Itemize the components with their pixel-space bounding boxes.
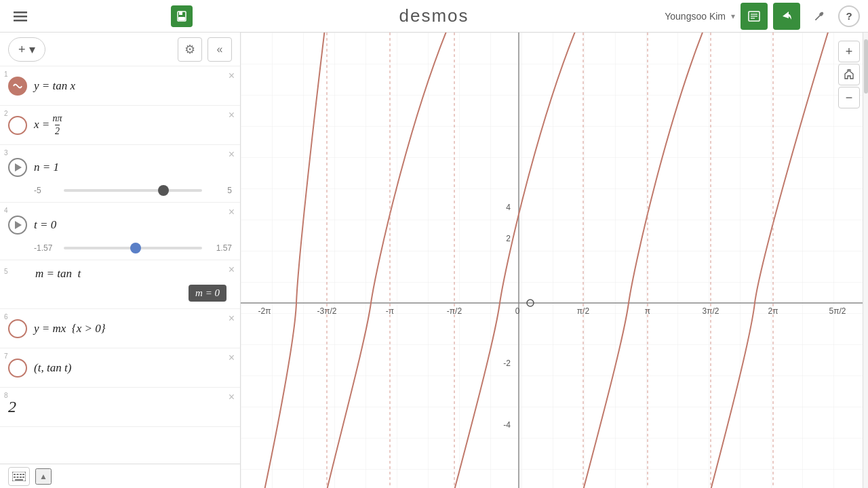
graph-title-input[interactable]: Untitled Graph: [38, 10, 167, 22]
expr-formula-row-1: y = tan x: [34, 79, 232, 93]
svg-rect-0: [14, 12, 27, 14]
topbar: Untitled Graph desmos Youngsoo Kim ▾: [0, 0, 868, 33]
expr-icon-1[interactable]: [8, 77, 27, 96]
graph-area[interactable]: -2π -3π/2 -π -π/2 0 π/2 π 3π/2 2π 5π/2 4…: [241, 33, 868, 488]
share-icon: [781, 10, 793, 22]
zoom-in-button[interactable]: +: [838, 41, 860, 62]
expr-close-4[interactable]: ×: [229, 207, 235, 218]
keyboard-icon: [12, 472, 26, 481]
graph-canvas: -2π -3π/2 -π -π/2 0 π/2 π 3π/2 2π 5π/2 4…: [241, 33, 868, 488]
expression-row-8[interactable]: 8 2 ×: [0, 388, 240, 427]
expr-close-5[interactable]: ×: [229, 264, 235, 275]
expression-row-1[interactable]: 1 y = tan x ×: [0, 66, 240, 106]
row-number-4: 4: [4, 207, 8, 214]
y-label-4: 4: [506, 203, 511, 212]
expr-close-6[interactable]: ×: [229, 313, 235, 324]
zoom-home-button[interactable]: [838, 64, 860, 85]
topbar-left: Untitled Graph: [0, 4, 244, 28]
y-label-2: 2: [506, 234, 511, 243]
expr-formula-3: n = 1: [34, 161, 232, 174]
expr-icon-play-3[interactable]: [8, 158, 27, 177]
keyboard-chevron-button[interactable]: ▲: [35, 468, 52, 485]
svg-rect-2: [14, 20, 27, 22]
expr-content-8: 2: [8, 398, 232, 416]
graph-settings-button[interactable]: ⚙: [178, 37, 202, 62]
row-number-2: 2: [4, 110, 8, 117]
expr-close-2[interactable]: ×: [229, 110, 235, 121]
save-button[interactable]: [171, 5, 193, 27]
play-triangle-3: [15, 163, 22, 171]
svg-rect-18: [22, 476, 24, 478]
expression-row-5[interactable]: 5 m = tan t × m = 0: [0, 260, 240, 309]
expr-close-3[interactable]: ×: [229, 149, 235, 160]
row-number-1: 1: [4, 70, 8, 78]
slider-thumb-3[interactable]: [158, 185, 169, 196]
graph-scrollbar[interactable]: [863, 33, 868, 488]
y-label-neg4: -4: [503, 420, 511, 430]
expression-row-6[interactable]: 6 y = mx {x > 0} ×: [0, 309, 240, 348]
m-value-badge: m = 0: [189, 285, 226, 302]
collapse-panel-button[interactable]: «: [208, 37, 232, 62]
expr-close-1[interactable]: ×: [229, 70, 235, 81]
help-icon: ?: [846, 10, 852, 22]
slider-track-4[interactable]: [64, 247, 202, 249]
badge-container-5: m = 0: [34, 281, 232, 302]
help-button[interactable]: ?: [838, 5, 860, 27]
tools-button[interactable]: [806, 3, 833, 30]
expression-row-7[interactable]: 7 (t, tan t) ×: [0, 348, 240, 388]
title-area: Untitled Graph: [38, 5, 193, 27]
slider-min-3: -5: [34, 186, 58, 195]
expr-content-6: y = mx {x > 0}: [34, 322, 232, 336]
expr-icon-7[interactable]: [8, 359, 27, 378]
expression-list: 1 y = tan x × 2: [0, 66, 240, 464]
svg-rect-14: [22, 474, 24, 475]
main-layout: + ▾ ⚙ « 1 y = tan x: [0, 33, 868, 488]
wrench-icon: [813, 10, 825, 22]
expr-formula-7: (t, tan t): [34, 361, 232, 375]
scrollbar-thumb[interactable]: [864, 39, 868, 94]
x-label-0: 0: [515, 306, 520, 316]
user-name[interactable]: Youngsoo Kim: [665, 11, 726, 22]
zoom-out-button[interactable]: −: [838, 87, 860, 108]
expression-row-3[interactable]: 3 n = 1 × -5 5: [0, 145, 240, 203]
left-panel: + ▾ ⚙ « 1 y = tan x: [0, 33, 241, 488]
svg-rect-17: [20, 476, 22, 478]
topbar-center: desmos: [399, 5, 469, 26]
desmos-logo: desmos: [399, 5, 469, 26]
expression-row-2[interactable]: 2 x = nπ2 ×: [0, 106, 240, 145]
expression-row-4[interactable]: 4 t = 0 × -1.57 1.57: [0, 203, 240, 260]
row-number-5: 5: [4, 268, 8, 275]
slider-max-3: 5: [208, 186, 232, 195]
row-number-7: 7: [4, 352, 8, 360]
slider-row-3: -5 5: [0, 184, 240, 202]
expr-icon-6[interactable]: [8, 319, 27, 338]
row-number-3: 3: [4, 149, 8, 157]
topbar-right: Youngsoo Kim ▾ ?: [665, 3, 868, 30]
y-label-neg2: -2: [503, 359, 511, 368]
expr-close-8[interactable]: ×: [229, 392, 235, 403]
expr-item-inner-3: 3 n = 1 ×: [0, 145, 240, 184]
slider-thumb-4[interactable]: [130, 243, 141, 253]
expr-formula-6: y = mx {x > 0}: [34, 322, 232, 336]
my-graphs-button[interactable]: [741, 3, 768, 30]
share-button[interactable]: [773, 3, 800, 30]
expr-content-1: y = tan x: [34, 79, 232, 93]
save-icon: [176, 11, 187, 22]
expr-formula-row-5: m = tan t ×: [34, 267, 232, 281]
hamburger-icon: [14, 9, 27, 23]
add-expression-button[interactable]: + ▾: [8, 37, 45, 62]
row-num-container-5: 5: [4, 264, 8, 277]
svg-rect-12: [17, 474, 19, 475]
expr-formula-2: x = nπ2: [34, 113, 232, 138]
menu-button[interactable]: [8, 4, 33, 28]
expr-icon-play-4[interactable]: [8, 216, 27, 235]
expr-close-7[interactable]: ×: [229, 352, 235, 363]
keyboard-toggle-button[interactable]: [8, 467, 30, 486]
home-icon: [844, 69, 854, 80]
expr-icon-2[interactable]: [8, 116, 27, 135]
slider-track-3[interactable]: [64, 189, 202, 192]
play-triangle-4: [15, 221, 22, 229]
row-number-8: 8: [4, 392, 8, 399]
expr-formula-1: y = tan x: [34, 79, 232, 93]
expr-item-inner-4: 4 t = 0 ×: [0, 203, 240, 242]
